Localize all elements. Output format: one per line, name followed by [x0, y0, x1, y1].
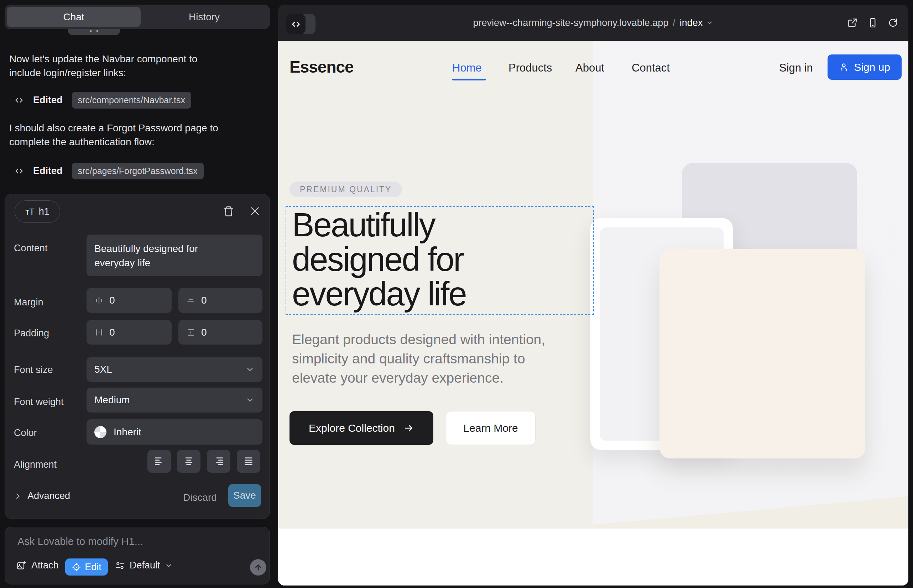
chat-message-line: I should also create a Forgot Password p…: [9, 121, 264, 135]
hero-description-line: simplicity and quality craftsmanship to: [292, 349, 545, 368]
mobile-view-icon[interactable]: [868, 18, 878, 28]
chat-message-line: Now let's update the Navbar component to: [9, 52, 264, 66]
decor-card-beige: [659, 249, 865, 459]
lovable-app: Chat History Now let's update the Navbar…: [0, 0, 913, 588]
color-label: Color: [14, 428, 37, 438]
site-preview: Essence Home Products About Contact Sign…: [278, 41, 908, 585]
nav-link-contact[interactable]: Contact: [632, 61, 670, 74]
url-page: index: [680, 18, 703, 29]
attach-label: Attach: [31, 560, 59, 571]
crosshair-icon: [71, 562, 81, 572]
close-icon[interactable]: [249, 205, 261, 217]
padding-x-value: 0: [109, 327, 115, 338]
preview-browser-window: preview--charming-site-symphony.lovable.…: [278, 5, 908, 585]
align-center-button[interactable]: [177, 450, 201, 473]
learn-more-button[interactable]: Learn More: [446, 411, 536, 445]
align-left-button[interactable]: [147, 450, 171, 473]
code-icon: [14, 95, 24, 105]
tab-chat[interactable]: Chat: [7, 7, 141, 27]
site-logo[interactable]: Essence: [290, 57, 354, 76]
hero-description-line: elevate your everyday experience.: [292, 368, 545, 388]
margin-x-value: 0: [109, 295, 115, 306]
attach-button[interactable]: Attach: [16, 560, 59, 571]
hero-description: Elegant products designed with intention…: [292, 330, 545, 388]
tab-history[interactable]: History: [141, 7, 268, 27]
file-pill[interactable]: src/pages/ForgotPassword.tsx: [72, 163, 204, 179]
active-nav-underline: [452, 79, 486, 81]
element-tag-label: h1: [39, 206, 50, 217]
send-button[interactable]: [250, 559, 266, 575]
font-size-select[interactable]: 5XL: [87, 357, 262, 382]
url-host: preview--charming-site-symphony.lovable.…: [473, 18, 669, 29]
font-size-label: Font size: [14, 365, 53, 375]
content-label: Content: [14, 243, 48, 254]
edited-label: Edited: [33, 165, 63, 176]
hero-heading-line: everyday life: [292, 276, 466, 311]
padding-horizontal-icon: [94, 328, 104, 337]
font-weight-label: Font weight: [14, 396, 64, 407]
edit-label: Edit: [85, 562, 102, 573]
chevron-right-icon: [14, 492, 22, 500]
refresh-icon[interactable]: [888, 18, 898, 28]
hero-heading[interactable]: Beautifully designed for everyday life: [292, 207, 466, 311]
chevron-down-icon: [245, 365, 254, 374]
margin-label: Margin: [14, 297, 44, 308]
padding-y-input[interactable]: 0: [178, 320, 262, 344]
nav-link-products[interactable]: Products: [508, 61, 552, 74]
premium-quality-badge: PREMIUM QUALITY: [290, 181, 402, 197]
composer-input[interactable]: Ask Lovable to modify H1...: [18, 536, 143, 548]
sign-up-button[interactable]: Sign up: [827, 55, 902, 80]
discard-button[interactable]: Discard: [183, 492, 217, 503]
sign-in-link[interactable]: Sign in: [779, 61, 813, 74]
chat-composer: Ask Lovable to modify H1... Attach Edit …: [5, 527, 270, 585]
advanced-label: Advanced: [28, 491, 70, 501]
padding-x-input[interactable]: 0: [87, 320, 172, 344]
element-editor-panel: ᴛT h1 Content Beautifully designed for e…: [5, 194, 270, 519]
attach-image-icon: [16, 561, 26, 570]
delete-element-button[interactable]: [223, 205, 234, 217]
preview-titlebar: preview--charming-site-symphony.lovable.…: [278, 5, 908, 41]
margin-x-input[interactable]: 0: [87, 288, 172, 313]
file-pill[interactable]: src/components/Navbar.tsx: [72, 92, 191, 108]
content-textarea[interactable]: Beautifully designed for everyday life: [87, 234, 262, 276]
padding-y-value: 0: [201, 327, 207, 338]
edited-file-row: Edited src/pages/ForgotPassword.tsx: [14, 163, 204, 179]
margin-horizontal-icon: [94, 296, 104, 305]
chat-message: Now let's update the Navbar component to…: [9, 52, 264, 80]
explore-collection-label: Explore Collection: [309, 422, 395, 434]
url-breadcrumb[interactable]: preview--charming-site-symphony.lovable.…: [278, 5, 908, 41]
margin-vertical-icon: [186, 296, 196, 305]
titlebar-actions: [847, 5, 898, 41]
section-below-hero: [278, 528, 908, 585]
edited-file-row: Edited src/components/Navbar.tsx: [14, 92, 191, 108]
chevron-down-icon: [706, 19, 713, 26]
font-weight-select[interactable]: Medium: [87, 388, 262, 412]
alignment-label: Alignment: [14, 459, 57, 470]
chevron-down-icon: [165, 562, 173, 570]
hero-heading-line: Beautifully: [292, 207, 466, 242]
hero-heading-line: designed for: [292, 242, 466, 276]
advanced-expander[interactable]: Advanced: [14, 491, 70, 501]
chat-message-line: include login/register links:: [9, 66, 264, 80]
open-external-icon[interactable]: [847, 18, 858, 28]
padding-vertical-icon: [186, 328, 196, 337]
edit-mode-button[interactable]: Edit: [65, 559, 108, 575]
mode-select[interactable]: Default: [115, 560, 173, 571]
margin-y-input[interactable]: 0: [178, 288, 262, 313]
user-icon: [839, 62, 848, 72]
color-swatch: [94, 426, 107, 438]
code-icon: [14, 166, 24, 176]
save-button[interactable]: Save: [228, 484, 261, 507]
align-justify-button[interactable]: [237, 450, 260, 473]
arrow-right-icon: [403, 423, 414, 433]
color-select[interactable]: Inherit: [87, 419, 262, 444]
nav-link-about[interactable]: About: [575, 61, 604, 74]
typography-icon: ᴛT: [25, 207, 34, 217]
url-separator: /: [673, 18, 675, 29]
align-right-button[interactable]: [207, 450, 230, 473]
scroll-pill-partial[interactable]: [68, 29, 120, 35]
explore-collection-button[interactable]: Explore Collection: [290, 411, 433, 445]
chat-message-line: complete the authentication flow:: [9, 135, 264, 149]
element-tag-chip[interactable]: ᴛT h1: [15, 200, 60, 223]
nav-link-home[interactable]: Home: [452, 61, 482, 74]
